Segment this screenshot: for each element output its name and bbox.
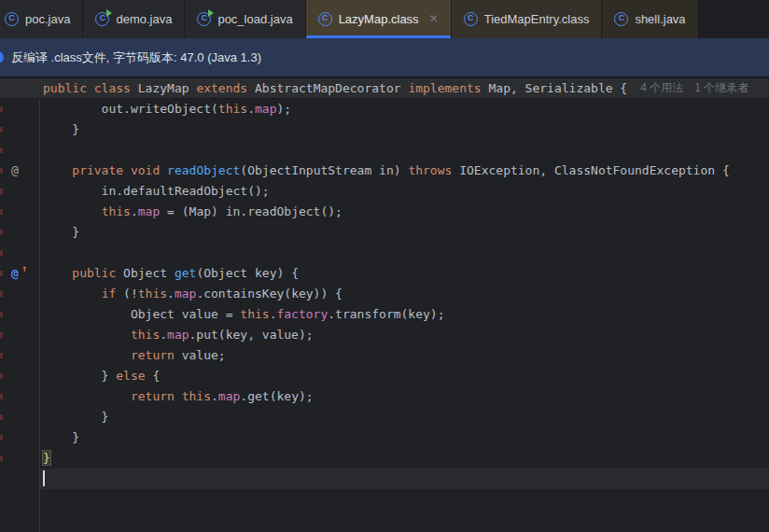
decompile-banner-text: 反编译 .class文件, 字节码版本: 47.0 (Java 1.3) — [11, 49, 261, 66]
class-icon: C — [5, 12, 19, 26]
edge-mark — [0, 291, 3, 297]
at-up-override-marker-icon[interactable]: @↑ — [7, 265, 23, 282]
usages-count[interactable]: 4 个用法 — [640, 80, 683, 96]
class-icon: C — [464, 12, 478, 26]
info-icon — [0, 51, 4, 63]
edge-mark — [0, 168, 3, 174]
edge-mark — [0, 332, 3, 338]
code-area[interactable]: out.writeObject(this.map); } private voi… — [40, 99, 769, 532]
code-line-15[interactable]: return this.map.get(key); — [40, 386, 769, 407]
class-icon: C — [318, 12, 332, 26]
code-line-18[interactable]: } — [40, 448, 769, 469]
code-line-14[interactable]: } else { — [40, 366, 769, 386]
edge-mark — [0, 312, 3, 317]
ide-window: Cpoc.javaCdemo.javaCpoc_load.javaCLazyMa… — [0, 0, 769, 532]
edge-mark — [0, 414, 3, 420]
edge-mark — [0, 189, 3, 194]
tab-label: demo.java — [116, 12, 172, 26]
code-line-9[interactable]: public Object get(Object key) { — [40, 263, 769, 284]
tab-label: TiedMapEntry.class — [484, 12, 590, 26]
code-line-10[interactable]: if (!this.map.containsKey(key)) { — [40, 284, 769, 304]
edge-mark — [0, 435, 3, 441]
editor-gutter[interactable]: @@↑ — [0, 99, 40, 532]
code-line-1[interactable]: out.writeObject(this.map); — [40, 99, 769, 119]
tab-demo.java[interactable]: Cdemo.java — [83, 0, 185, 38]
text-caret — [43, 470, 45, 486]
edge-mark — [0, 106, 3, 112]
decompile-notification-banner: 反编译 .class文件, 字节码版本: 47.0 (Java 1.3) — [0, 38, 769, 78]
tab-shell.java[interactable]: Cshell.java — [602, 0, 698, 38]
edge-mark — [0, 127, 3, 133]
code-line-7[interactable]: } — [40, 222, 769, 243]
editor-tab-bar: Cpoc.javaCdemo.javaCpoc_load.javaCLazyMa… — [0, 0, 769, 38]
tab-poc.java[interactable]: Cpoc.java — [0, 0, 83, 38]
code-line-8[interactable] — [40, 243, 769, 263]
code-line-3[interactable] — [40, 140, 769, 161]
class-run-icon: C — [197, 12, 211, 26]
code-line-13[interactable]: return value; — [40, 345, 769, 366]
edge-mark — [0, 394, 3, 399]
tab-close-icon[interactable]: ✕ — [429, 12, 439, 26]
code-line-5[interactable]: in.defaultReadObject(); — [40, 181, 769, 202]
edge-mark — [0, 209, 3, 215]
code-line-4[interactable]: private void readObject(ObjectInputStrea… — [40, 161, 769, 181]
code-line-19[interactable] — [40, 469, 769, 489]
at-marker-icon[interactable]: @ — [7, 162, 23, 179]
edge-mark — [0, 250, 3, 256]
code-editor: @@↑ out.writeObject(this.map); } private… — [0, 99, 769, 532]
tab-LazyMap.class[interactable]: CLazyMap.class✕ — [306, 0, 452, 38]
code-line-11[interactable]: Object value = this.factory.transform(ke… — [40, 304, 769, 325]
edge-mark — [0, 230, 3, 235]
tab-TiedMapEntry.class[interactable]: CTiedMapEntry.class — [452, 0, 603, 38]
tab-label: poc.java — [25, 12, 70, 26]
inheritors-count[interactable]: 1 个继承者 — [694, 80, 748, 96]
code-line-12[interactable]: this.map.put(key, value); — [40, 325, 769, 345]
class-run-icon: C — [95, 12, 109, 26]
tab-label: shell.java — [635, 12, 685, 26]
code-line-17[interactable]: } — [40, 427, 769, 448]
edge-mark — [0, 353, 3, 358]
edge-mark — [0, 271, 3, 276]
tab-poc_load.java[interactable]: Cpoc_load.java — [185, 0, 305, 38]
code-line-16[interactable]: } — [40, 407, 769, 427]
edge-mark — [0, 373, 3, 379]
edge-mark — [0, 147, 3, 153]
class-icon: C — [614, 12, 628, 26]
code-line-2[interactable]: } — [40, 119, 769, 140]
tab-label: poc_load.java — [217, 12, 292, 26]
code-line-6[interactable]: this.map = (Map) in.readObject(); — [40, 202, 769, 222]
class-declaration-code: public class LazyMap extends AbstractMap… — [43, 81, 627, 95]
sticky-class-declaration-line[interactable]: public class LazyMap extends AbstractMap… — [0, 78, 769, 99]
tab-label: LazyMap.class — [339, 12, 419, 26]
edge-mark — [0, 455, 3, 461]
arrow-up-icon: ↑ — [21, 260, 27, 277]
